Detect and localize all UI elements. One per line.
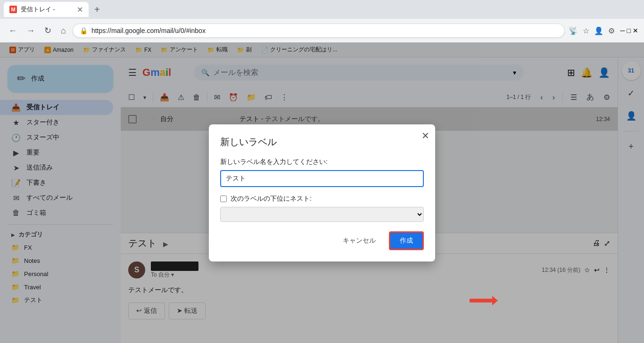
maximize-button[interactable]: □ [627, 27, 631, 34]
parent-label-select[interactable] [220, 207, 424, 222]
tab-close-button[interactable]: ✕ [77, 5, 83, 14]
home-button[interactable]: ⌂ [58, 24, 69, 38]
modal-checkbox-row: 次のラベルの下位にネスト: [220, 195, 424, 203]
reload-button[interactable]: ↻ [41, 24, 54, 38]
cast-icon[interactable]: 📡 [569, 26, 578, 35]
window-controls: ─ □ ✕ [620, 27, 638, 34]
address-text: https://mail.google.com/mail/u/0/#inbox [91, 27, 558, 34]
modal-overlay: ✕ 新しいラベル 新しいラベル名を入力してください: 次のラベルの下位にネスト:… [0, 42, 644, 343]
nest-label-checkbox-label: 次のラベルの下位にネスト: [231, 195, 312, 203]
lock-icon: 🔒 [80, 27, 88, 34]
minimize-button[interactable]: ─ [620, 27, 625, 34]
tab-favicon: M [9, 6, 17, 13]
forward-button[interactable]: → [24, 24, 38, 38]
modal-cancel-button[interactable]: キャンセル [337, 233, 381, 249]
modal-create-button[interactable]: 作成 [389, 231, 424, 250]
tab-title: 受信トレイ - [21, 5, 73, 14]
new-label-modal: ✕ 新しいラベル 新しいラベル名を入力してください: 次のラベルの下位にネスト:… [209, 124, 435, 261]
new-tab-button[interactable]: + [91, 4, 104, 15]
bookmark-icon[interactable]: ☆ [583, 26, 589, 35]
modal-close-button[interactable]: ✕ [421, 130, 429, 141]
modal-title: 新しいラベル [220, 136, 424, 148]
extensions-icon[interactable]: ⚙ [608, 26, 615, 35]
arrow-annotation [470, 296, 498, 305]
browser-action-icons: 📡 ☆ 👤 ⚙ [569, 26, 615, 35]
address-bar[interactable]: 🔒 https://mail.google.com/mail/u/0/#inbo… [73, 24, 565, 38]
profile-icon[interactable]: 👤 [594, 26, 603, 35]
browser-tab[interactable]: M 受信トレイ - ✕ [4, 2, 89, 17]
nest-label-checkbox[interactable] [220, 196, 227, 202]
modal-label-input[interactable] [220, 170, 424, 187]
modal-footer: キャンセル 作成 [220, 231, 424, 250]
modal-input-label: 新しいラベル名を入力してください: [220, 158, 424, 166]
close-window-button[interactable]: ✕ [633, 27, 638, 34]
arrow-shape [470, 296, 498, 305]
back-button[interactable]: ← [6, 24, 20, 38]
